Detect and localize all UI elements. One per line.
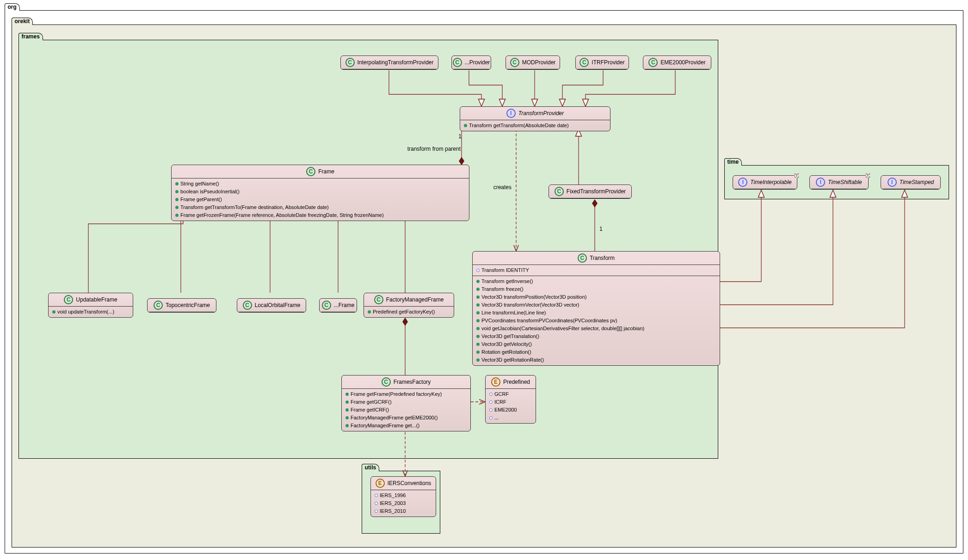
enum-predefined: EPredefined GCRF ICRF EME2000 ... bbox=[485, 375, 536, 424]
method: Transform getTransform(AbsoluteDate date… bbox=[469, 122, 569, 129]
vis-icon bbox=[345, 408, 349, 412]
label: org bbox=[8, 4, 17, 10]
vis-icon bbox=[476, 343, 480, 346]
class-name: TopocentricFrame bbox=[166, 302, 210, 308]
class-itrfprovider: CITRFProvider bbox=[575, 55, 629, 70]
vis-icon bbox=[368, 310, 371, 314]
class-fixedtransformprovider: CFixedTransformProvider bbox=[549, 185, 632, 199]
method: Vector3D transformVector(Vector3D vector… bbox=[481, 301, 580, 309]
vis-icon bbox=[476, 319, 480, 322]
class-name: TimeShiftable bbox=[828, 179, 862, 185]
method: Predefined getFactoryKey() bbox=[373, 308, 435, 316]
vis-icon bbox=[345, 400, 349, 404]
vis-icon bbox=[476, 303, 480, 307]
interface-icon: I bbox=[816, 178, 825, 187]
interface-timestamped: ITimeStamped bbox=[881, 175, 941, 190]
enum-value: IERS_2003 bbox=[380, 499, 406, 507]
class-name: ...Frame bbox=[334, 302, 355, 308]
method: boolean isPseudoInertial() bbox=[180, 188, 240, 196]
vis-icon bbox=[476, 269, 480, 272]
class-name: TimeInterpolable bbox=[750, 179, 791, 185]
method: Transform getInverse() bbox=[481, 277, 533, 285]
method: Frame getFrame(Predefined factoryKey) bbox=[351, 390, 442, 398]
class-name: TransformProvider bbox=[518, 110, 564, 117]
vis-icon bbox=[476, 351, 480, 354]
method: void updateTransform(...) bbox=[57, 308, 114, 316]
class-modprovider: CMODProvider bbox=[506, 55, 560, 70]
class-name: EME2000Provider bbox=[660, 59, 705, 66]
interface-timeshiftable: ITimeShiftable bbox=[809, 175, 869, 190]
class-updatableframe: CUpdatableFrame void updateTransform(...… bbox=[48, 293, 133, 318]
vis-icon bbox=[476, 288, 480, 291]
vis-icon bbox=[489, 408, 493, 412]
method: Rotation getRotation() bbox=[481, 348, 531, 356]
class-icon: C bbox=[154, 301, 163, 310]
class-transform: CTransform Transform IDENTITY Transform … bbox=[472, 251, 720, 366]
package-org: org orekit frames time utils bbox=[5, 10, 963, 554]
class-dotprovider: C...Provider bbox=[451, 55, 491, 70]
package-orekit-tab: orekit bbox=[12, 18, 33, 25]
package-frames-tab: frames bbox=[18, 33, 43, 40]
class-icon: C bbox=[580, 58, 589, 67]
method: Frame getParent() bbox=[180, 196, 222, 203]
vis-icon bbox=[175, 198, 179, 201]
enum-icon: E bbox=[491, 377, 500, 387]
method: Vector3D transformPosition(Vector3D posi… bbox=[481, 293, 586, 301]
class-localorbitalframe: CLocalOrbitalFrame bbox=[237, 298, 306, 313]
class-name: FactoryManagedFrame bbox=[386, 296, 444, 303]
vis-icon bbox=[175, 190, 179, 193]
class-name: LocalOrbitalFrame bbox=[255, 302, 301, 308]
vis-icon bbox=[345, 416, 349, 419]
interface-icon: I bbox=[506, 109, 516, 118]
class-interpolating-transform-provider: CInterpolatingTransformProvider bbox=[340, 55, 438, 70]
class-eme2000provider: CEME2000Provider bbox=[643, 55, 711, 70]
method: Transform freeze() bbox=[481, 285, 524, 293]
package-org-tab: org bbox=[5, 3, 20, 11]
interface-icon: I bbox=[888, 178, 897, 187]
enum-value: ... bbox=[494, 414, 499, 422]
interface-icon: I bbox=[738, 178, 747, 187]
vis-icon bbox=[476, 358, 480, 362]
label: utils bbox=[365, 464, 376, 471]
class-name: Transform bbox=[590, 255, 615, 261]
label: time bbox=[728, 159, 739, 165]
vis-icon bbox=[345, 393, 349, 396]
enum-value: IERS_2010 bbox=[380, 507, 406, 515]
class-name: ITRFProvider bbox=[592, 59, 624, 66]
class-name: ...Provider bbox=[465, 59, 490, 66]
class-name: FixedTransformProvider bbox=[567, 188, 626, 195]
class-name: Predefined bbox=[503, 379, 530, 385]
class-name: InterpolatingTransformProvider bbox=[358, 59, 434, 66]
template-marker-icon: T bbox=[795, 173, 799, 178]
method: Line transformLine(Line line) bbox=[481, 309, 546, 317]
vis-icon bbox=[489, 416, 493, 419]
method: Frame getFrozenFrame(Frame reference, Ab… bbox=[180, 211, 384, 219]
vis-icon bbox=[489, 393, 493, 396]
vis-icon bbox=[464, 124, 467, 127]
label: orekit bbox=[15, 18, 30, 25]
method: String getName() bbox=[180, 180, 219, 188]
class-name: MODProvider bbox=[522, 59, 556, 66]
method: Vector3D getTranslation() bbox=[481, 332, 539, 340]
class-factorymanagedframe: CFactoryManagedFrame Predefined getFacto… bbox=[364, 293, 454, 318]
package-orekit: orekit frames time utils bbox=[12, 25, 956, 548]
class-icon: C bbox=[453, 58, 462, 67]
vis-icon bbox=[476, 295, 480, 299]
class-icon: C bbox=[555, 187, 564, 196]
enum-value: ICRF bbox=[494, 398, 506, 406]
vis-icon bbox=[375, 510, 378, 513]
enum-icon: E bbox=[376, 479, 385, 488]
class-icon: C bbox=[374, 295, 383, 304]
method: FactoryManagedFrame get...() bbox=[351, 422, 419, 430]
method: Vector3D getVelocity() bbox=[481, 340, 532, 348]
method: FactoryManagedFrame getEME2000() bbox=[351, 414, 438, 422]
vis-icon bbox=[476, 335, 480, 338]
package-time-tab: time bbox=[724, 158, 742, 166]
vis-icon bbox=[175, 182, 179, 185]
class-name: IERSConventions bbox=[388, 480, 432, 486]
enum-value: IERS_1996 bbox=[380, 492, 406, 499]
method: Frame getICRF() bbox=[351, 406, 389, 414]
method: Vector3D getRotationRate() bbox=[481, 356, 544, 364]
class-topocentricframe: CTopocentricFrame bbox=[147, 298, 216, 313]
package-utils-tab: utils bbox=[362, 464, 380, 471]
